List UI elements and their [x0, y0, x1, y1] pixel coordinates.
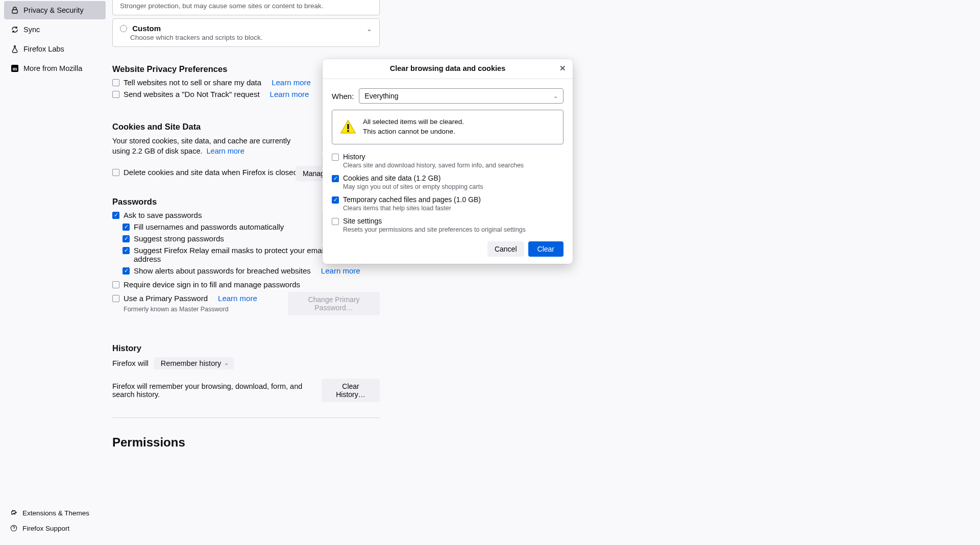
svg-text:m: m — [13, 66, 17, 71]
link-alerts-learn-more[interactable]: Learn more — [321, 266, 360, 275]
warning-box: All selected items will be cleared. This… — [332, 110, 564, 144]
close-icon[interactable]: ✕ — [557, 63, 568, 73]
label-fill-usernames: Fill usernames and passwords automatical… — [134, 222, 284, 231]
checkbox-clear-site-settings[interactable] — [332, 218, 339, 225]
dialog-title-bar: Clear browsing data and cookies ✕ — [323, 59, 573, 79]
dialog-title: Clear browsing data and cookies — [390, 64, 505, 72]
label-tell-websites: Tell websites not to sell or share my da… — [124, 78, 261, 87]
link-learn-more-dnt[interactable]: Learn more — [270, 90, 309, 98]
dropdown-time-range[interactable]: Everything ⌄ — [359, 88, 564, 104]
label-clear-history: History — [343, 153, 365, 161]
tracking-custom-sub: Choose which trackers and scripts to blo… — [130, 34, 372, 41]
dropdown-time-range-value: Everything — [364, 92, 398, 100]
label-firefox-will: Firefox will — [112, 359, 149, 367]
dialog-option-site-settings: Site settings Resets your permissions an… — [332, 217, 564, 233]
dialog-option-history: History Clears site and download history… — [332, 153, 564, 169]
checkbox-ask-to-save[interactable] — [112, 212, 119, 219]
button-cancel[interactable]: Cancel — [487, 241, 524, 257]
footer-link-label: Firefox Support — [22, 525, 69, 532]
label-when: When: — [332, 92, 354, 101]
dialog-option-cookies: Cookies and site data (1.2 GB) May sign … — [332, 174, 564, 190]
label-clear-site-settings: Site settings — [343, 217, 382, 225]
warn-text-line1: All selected items will be cleared. — [363, 117, 556, 127]
link-cookies-learn-more[interactable]: Learn more — [207, 147, 244, 155]
sidebar-footer: Extensions & Themes Firefox Support — [0, 505, 110, 536]
checkbox-primary-password[interactable] — [112, 295, 119, 302]
heading-permissions: Permissions — [112, 435, 980, 450]
button-change-primary-password[interactable]: Change Primary Password… — [288, 292, 380, 315]
button-clear-confirm[interactable]: Clear — [528, 241, 564, 257]
label-delete-on-close: Delete cookies and site data when Firefo… — [124, 168, 298, 177]
tracking-custom-card[interactable]: Custom ⌄ Choose which trackers and scrip… — [112, 18, 380, 47]
checkbox-do-not-track[interactable] — [112, 91, 119, 98]
sidebar-item-privacy-security[interactable]: Privacy & Security — [4, 1, 106, 19]
link-learn-more-tell[interactable]: Learn more — [272, 78, 311, 87]
checkbox-delete-on-close[interactable] — [112, 169, 119, 176]
checkbox-suggest-relay[interactable] — [122, 247, 130, 254]
label-show-alerts: Show alerts about passwords for breached… — [134, 266, 311, 275]
sub-clear-cookies: May sign you out of sites or empty shopp… — [343, 183, 564, 190]
cookies-desc: Your stored cookies, site data, and cach… — [112, 137, 290, 155]
settings-sidebar: Privacy & Security Sync Firefox Labs m M… — [0, 0, 110, 545]
flask-icon — [10, 44, 19, 54]
sub-clear-site-settings: Resets your permissions and site prefere… — [343, 226, 564, 233]
sidebar-item-label: Privacy & Security — [23, 6, 84, 14]
checkbox-show-alerts[interactable] — [122, 267, 130, 275]
sub-clear-cache: Clears items that help sites load faster — [343, 205, 564, 212]
warn-text-line2: This action cannot be undone. — [363, 127, 556, 137]
label-clear-cache: Temporary cached files and pages (1.0 GB… — [343, 195, 481, 204]
checkbox-fill-usernames[interactable] — [122, 224, 130, 231]
mozilla-m-icon: m — [10, 64, 19, 73]
sidebar-item-firefox-labs[interactable]: Firefox Labs — [4, 40, 106, 58]
lock-icon — [10, 6, 19, 15]
checkbox-suggest-strong[interactable] — [122, 235, 130, 242]
puzzle-icon — [9, 508, 18, 517]
label-suggest-relay: Suggest Firefox Relay email masks to pro… — [134, 246, 334, 263]
radio-tracking-custom[interactable] — [120, 25, 127, 32]
row-require-device-signin: Require device sign in to fill and manag… — [112, 280, 380, 289]
footer-extensions-themes[interactable]: Extensions & Themes — [0, 505, 110, 521]
label-clear-cookies: Cookies and site data (1.2 GB) — [343, 174, 440, 182]
chevron-down-icon: ⌄ — [366, 25, 372, 33]
tracking-strict-sub: Stronger protection, but may cause some … — [120, 2, 323, 10]
label-ask-to-save: Ask to save passwords — [124, 211, 202, 219]
label-do-not-track: Send websites a "Do Not Track" request — [124, 90, 260, 98]
chevron-down-icon: ⌄ — [224, 360, 229, 366]
sidebar-item-sync[interactable]: Sync — [4, 20, 106, 39]
button-clear-history[interactable]: Clear History… — [322, 379, 380, 402]
link-primary-learn-more[interactable]: Learn more — [218, 294, 257, 303]
checkbox-require-device-signin[interactable] — [112, 281, 119, 288]
chevron-down-icon: ⌄ — [553, 93, 558, 100]
sidebar-item-label: Firefox Labs — [23, 45, 64, 53]
text-history-desc: Firefox will remember your browsing, dow… — [112, 382, 311, 399]
footer-firefox-support[interactable]: Firefox Support — [0, 521, 110, 536]
dropdown-history-mode[interactable]: Remember history ⌄ — [154, 357, 234, 369]
checkbox-clear-cookies[interactable] — [332, 175, 339, 182]
tracking-custom-title: Custom — [132, 24, 161, 33]
svg-rect-0 — [12, 10, 17, 13]
sync-icon — [10, 25, 19, 34]
dialog-option-cache: Temporary cached files and pages (1.0 GB… — [332, 195, 564, 212]
dropdown-history-value: Remember history — [161, 359, 221, 367]
label-require-device-signin: Require device sign in to fill and manag… — [124, 280, 300, 289]
dialog-clear-browsing-data: Clear browsing data and cookies ✕ When: … — [323, 59, 573, 264]
sub-clear-history: Clears site and download history, saved … — [343, 162, 564, 169]
warning-triangle-icon — [339, 118, 357, 136]
label-suggest-strong: Suggest strong passwords — [134, 234, 224, 243]
checkbox-tell-websites[interactable] — [112, 79, 119, 86]
sidebar-item-label: Sync — [23, 26, 40, 34]
checkbox-clear-cache[interactable] — [332, 196, 339, 204]
row-show-alerts: Show alerts about passwords for breached… — [122, 266, 380, 275]
sidebar-item-more-mozilla[interactable]: m More from Mozilla — [4, 59, 106, 78]
sidebar-item-label: More from Mozilla — [23, 64, 82, 72]
svg-rect-4 — [347, 124, 349, 129]
checkbox-clear-history[interactable] — [332, 154, 339, 161]
svg-point-5 — [347, 130, 349, 132]
help-icon — [9, 524, 18, 533]
tracking-strict-card-partial[interactable]: Stronger protection, but may cause some … — [112, 0, 380, 15]
footer-link-label: Extensions & Themes — [22, 509, 89, 517]
label-primary-password: Use a Primary Password — [124, 294, 208, 303]
heading-history: History — [112, 343, 380, 353]
